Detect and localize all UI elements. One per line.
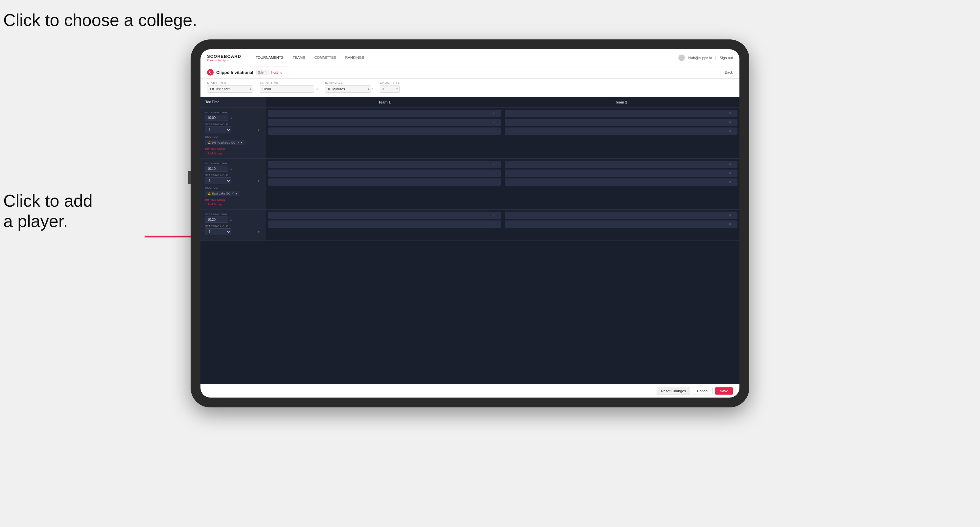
start-time-input[interactable] (259, 86, 314, 93)
remove-group-link-1[interactable]: Remove Group (205, 147, 261, 151)
course-tag-2[interactable]: ⛳ East Lake GC ✕ ▾ (205, 191, 239, 196)
time-row-2: ⏱ (205, 166, 261, 172)
course-remove-x-1[interactable]: ✕ (237, 141, 240, 144)
player-slot-5-2[interactable]: ✕ ⋮ (268, 221, 501, 228)
annotation-choose-college: Click to choose a college. (3, 10, 197, 30)
player-slot-x-3-1: ✕ ⋮ (492, 163, 499, 166)
remove-group-link-2[interactable]: Remove Group (205, 198, 261, 202)
logo-sub: Powered by clippd (207, 59, 241, 62)
nav-link-teams[interactable]: TEAMS (288, 49, 310, 67)
group-size-select[interactable]: 3 4 2 (380, 86, 399, 93)
course-chevron-1[interactable]: ▾ (241, 141, 243, 144)
player-slot-6-1[interactable]: ✕ ⋮ (505, 211, 737, 219)
course-chevron-2[interactable]: ▾ (235, 192, 237, 195)
player-slot-3-3[interactable]: ✕ ⋮ (268, 178, 501, 186)
sign-out-link[interactable]: Sign out (720, 56, 733, 60)
team1-col-1: ✕ ⋮ ✕ ⋮ ✕ ⋮ (266, 108, 503, 158)
starting-time-input-1[interactable] (205, 115, 228, 121)
table-header: Tee Time Team 1 Team 2 (200, 97, 740, 108)
tournament-name: Clippd Invitational (216, 70, 253, 75)
controls-row: Start Type 1st Tee Start Shotgun Start S… (200, 79, 740, 97)
cancel-button[interactable]: Cancel (693, 387, 713, 395)
course-tag-1[interactable]: ⛳ (A) Peachtree GC ✕ ▾ (205, 140, 245, 145)
starting-time-label-1: STARTING TIME: (205, 111, 261, 114)
player-slot-3-1[interactable]: ✕ ⋮ (268, 161, 501, 168)
course-tag-icon-1: ⛳ (207, 141, 211, 144)
player-slot-x-1-2: ✕ ⋮ (492, 121, 499, 124)
group-row-2: STARTING TIME: ⏱ STARTING HOLE: 1 10 COU… (200, 159, 740, 210)
annotation-text-1: Click to choose a college. (3, 11, 197, 30)
player-slot-2-3[interactable]: ✕ ⋮ (505, 127, 737, 135)
player-slot-6-2[interactable]: ✕ ⋮ (505, 221, 737, 228)
nav-link-rankings[interactable]: RANKINGS (341, 49, 369, 67)
player-slot-4-3[interactable]: ✕ ⋮ (505, 178, 737, 186)
tablet-side-button (188, 171, 191, 184)
time-row-1: ⏱ (205, 115, 261, 121)
player-slot-x-3-3: ✕ ⋮ (492, 180, 499, 184)
save-button[interactable]: Save (715, 387, 733, 395)
start-type-select-wrapper: 1st Tee Start Shotgun Start (207, 86, 253, 93)
tablet-screen: SCOREBOARD Powered by clippd TOURNAMENTS… (200, 49, 740, 398)
add-group-link-2[interactable]: + Add Group (205, 203, 261, 206)
player-slot-2-1[interactable]: ✕ ⋮ (505, 110, 737, 117)
hosting-badge: Hosting (271, 71, 282, 74)
nav-link-committee[interactable]: COMMITTEE (310, 49, 341, 67)
intervals-label: Intervals (325, 81, 373, 84)
clock-icon: ⏱ (315, 87, 318, 90)
intervals-select[interactable]: 10 Minutes 5 Minutes 8 Minutes (325, 86, 371, 93)
col-team2: Team 2 (503, 97, 740, 108)
back-button[interactable]: ‹ Back (723, 70, 733, 74)
starting-hole-select-wrapper-1: 1 10 (205, 127, 261, 133)
nav-link-tournaments[interactable]: TOURNAMENTS (251, 49, 288, 67)
course-remove-x-2[interactable]: ✕ (232, 192, 234, 195)
annotation-text-2: Click to adda player. (3, 191, 93, 231)
team1-col-2: ✕ ⋮ ✕ ⋮ ✕ ⋮ (266, 159, 503, 209)
course-name-1: (A) Peachtree GC (212, 141, 235, 144)
starting-hole-select-3[interactable]: 1 10 (205, 229, 231, 235)
team2-col-1: ✕ ⋮ ✕ ⋮ ✕ ⋮ (503, 108, 740, 158)
starting-hole-label-1: STARTING HOLE: (205, 123, 261, 126)
time-clock-icon-2: ⏱ (229, 167, 232, 170)
start-type-select[interactable]: 1st Tee Start Shotgun Start (207, 86, 253, 93)
reset-changes-button[interactable]: Reset Changes (657, 387, 690, 395)
group-left-3: STARTING TIME: ⏱ STARTING HOLE: 1 10 (200, 210, 266, 241)
player-slot-3-2[interactable]: ✕ ⋮ (268, 170, 501, 177)
player-slot-1-3[interactable]: ✕ ⋮ (268, 127, 501, 135)
tournament-badge: (Men) (256, 70, 269, 75)
player-slot-x-6-1: ✕ ⋮ (729, 214, 735, 217)
avatar (678, 54, 685, 61)
add-group-link-1[interactable]: + Add Group (205, 152, 261, 155)
starting-hole-select-wrapper-2: 1 10 (205, 178, 261, 184)
col-team1: Team 1 (266, 97, 503, 108)
group-size-label: Group Size (380, 81, 399, 84)
player-slot-x-2-2: ✕ ⋮ (729, 121, 735, 124)
player-slot-x-6-2: ✕ ⋮ (729, 222, 735, 226)
player-slot-1-2[interactable]: ✕ ⋮ (268, 119, 501, 126)
main-content: Tee Time Team 1 Team 2 STARTING TIME: ⏱ … (200, 97, 740, 384)
starting-time-label-3: STARTING TIME: (205, 213, 261, 216)
sub-header: C Clippd Invitational (Men) Hosting ‹ Ba… (200, 67, 740, 79)
player-slot-5-1[interactable]: ✕ ⋮ (268, 211, 501, 219)
player-slot-2-2[interactable]: ✕ ⋮ (505, 119, 737, 126)
group-size-select-wrapper: 3 4 2 (380, 86, 399, 93)
player-slot-x-1-3: ✕ ⋮ (492, 129, 499, 133)
player-slot-x-5-2: ✕ ⋮ (492, 222, 499, 226)
user-email: blair@clippd.io (688, 56, 712, 60)
player-slot-4-1[interactable]: ✕ ⋮ (505, 161, 737, 168)
starting-hole-select-2[interactable]: 1 10 (205, 178, 231, 184)
group-left-2: STARTING TIME: ⏱ STARTING HOLE: 1 10 COU… (200, 159, 266, 209)
player-slot-x-5-1: ✕ ⋮ (492, 214, 499, 217)
nav-right: blair@clippd.io | Sign out (678, 54, 733, 61)
starting-time-input-2[interactable] (205, 166, 228, 172)
starting-hole-select-1[interactable]: 1 10 (205, 127, 231, 133)
nav-bar: SCOREBOARD Powered by clippd TOURNAMENTS… (200, 49, 740, 67)
course-label-2: COURSE: (205, 186, 261, 189)
time-clock-icon-3: ⏱ (229, 218, 232, 221)
player-slot-x-1-1: ✕ ⋮ (492, 112, 499, 115)
player-slot-1-1[interactable]: ✕ ⋮ (268, 110, 501, 117)
player-slot-4-2[interactable]: ✕ ⋮ (505, 170, 737, 177)
intervals-group: Intervals 10 Minutes 5 Minutes 8 Minutes… (325, 81, 373, 93)
player-slot-x-4-1: ✕ ⋮ (729, 163, 735, 166)
intervals-select-wrapper: 10 Minutes 5 Minutes 8 Minutes (325, 86, 371, 93)
starting-time-input-3[interactable] (205, 216, 228, 223)
